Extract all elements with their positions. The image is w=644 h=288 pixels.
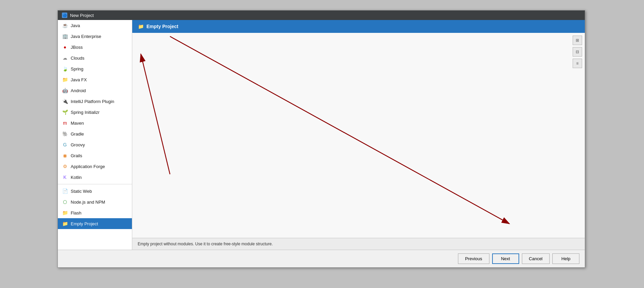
cancel-button[interactable]: Cancel — [522, 253, 550, 264]
toolbar-btn-1[interactable]: ⊞ — [573, 36, 582, 45]
java-enterprise-icon: 🏢 — [62, 33, 68, 39]
spring-initializr-label: Spring Initializr — [71, 110, 99, 115]
clouds-icon: ☁ — [62, 55, 68, 61]
application-forge-icon: ⚙ — [62, 163, 68, 169]
main-content-area: 📁 Empty Project — [132, 20, 585, 250]
toolbar-btn-3[interactable]: ≡ — [573, 59, 582, 68]
svg-line-1 — [170, 36, 510, 224]
nodejs-npm-label: Node.js and NPM — [71, 200, 105, 205]
sidebar-item-clouds[interactable]: ☁Clouds — [58, 53, 132, 63]
sidebar-item-java[interactable]: ☕Java — [58, 20, 132, 31]
spring-icon: 🍃 — [62, 66, 68, 72]
new-project-dialog: 🔵 New Project ☕Java🏢Java Enterprise●JBos… — [58, 10, 585, 268]
dialog-footer: Previous Next Cancel Help — [58, 250, 585, 267]
sidebar-item-gradle[interactable]: 🐘Gradle — [58, 128, 132, 139]
sidebar-item-intellij-plugin[interactable]: 🔌IntelliJ Platform Plugin — [58, 96, 132, 107]
svg-line-2 — [141, 54, 170, 174]
empty-project-icon: 📁 — [62, 221, 68, 227]
groovy-label: Groovy — [71, 142, 85, 147]
content-canvas: ⊞ ⊟ ≡ — [132, 33, 585, 238]
flash-icon: 📁 — [62, 210, 68, 216]
sidebar-item-nodejs-npm[interactable]: ⬡Node.js and NPM — [58, 197, 132, 207]
empty-project-label: Empty Project — [71, 221, 98, 226]
content-header: 📁 Empty Project — [132, 20, 585, 33]
sidebar-item-groovy[interactable]: GGroovy — [58, 139, 132, 150]
spring-initializr-icon: 🌱 — [62, 109, 68, 115]
jboss-label: JBoss — [71, 45, 83, 50]
clouds-label: Clouds — [71, 56, 84, 61]
sidebar-item-jboss[interactable]: ●JBoss — [58, 42, 132, 53]
static-web-label: Static Web — [71, 189, 92, 194]
sidebar-item-maven[interactable]: mMaven — [58, 118, 132, 128]
sidebar-item-kotlin[interactable]: KKotlin — [58, 172, 132, 183]
maven-icon: m — [62, 120, 68, 126]
jboss-icon: ● — [62, 44, 68, 50]
nodejs-npm-icon: ⬡ — [62, 199, 68, 205]
android-icon: 🤖 — [62, 87, 68, 94]
spring-label: Spring — [71, 66, 84, 71]
sidebar-item-spring-initializr[interactable]: 🌱Spring Initializr — [58, 107, 132, 118]
title-bar: 🔵 New Project — [58, 11, 585, 20]
kotlin-icon: K — [62, 174, 68, 180]
javafx-icon: 📁 — [62, 77, 68, 83]
sidebar-separator — [58, 184, 132, 184]
java-enterprise-label: Java Enterprise — [71, 34, 101, 39]
gradle-label: Gradle — [71, 131, 84, 137]
view-toolbar: ⊞ ⊟ ≡ — [573, 36, 582, 68]
sidebar-item-android[interactable]: 🤖Android — [58, 85, 132, 96]
help-button[interactable]: Help — [552, 253, 579, 264]
sidebar-item-flash[interactable]: 📁Flash — [58, 207, 132, 218]
project-type-sidebar: ☕Java🏢Java Enterprise●JBoss☁Clouds🍃Sprin… — [58, 20, 132, 250]
annotation-arrows — [132, 33, 585, 238]
sidebar-item-javafx[interactable]: 📁Java FX — [58, 74, 132, 85]
sidebar-item-application-forge[interactable]: ⚙Application Forge — [58, 161, 132, 172]
gradle-icon: 🐘 — [62, 131, 68, 137]
groovy-icon: G — [62, 142, 68, 148]
flash-label: Flash — [71, 210, 82, 215]
sidebar-item-static-web[interactable]: 📄Static Web — [58, 186, 132, 197]
maven-label: Maven — [71, 121, 84, 126]
sidebar-item-spring[interactable]: 🍃Spring — [58, 63, 132, 74]
window-icon: 🔵 — [62, 13, 67, 18]
grails-icon: ◉ — [62, 152, 68, 159]
sidebar-item-empty-project[interactable]: 📁Empty Project — [58, 218, 132, 229]
window-title: New Project — [70, 13, 94, 18]
java-icon: ☕ — [62, 22, 68, 28]
intellij-plugin-icon: 🔌 — [62, 98, 68, 104]
description-text: Empty project without modules. Use it to… — [138, 242, 273, 246]
static-web-icon: 📄 — [62, 188, 68, 194]
content-header-title: Empty Project — [146, 24, 178, 29]
sidebar-item-java-enterprise[interactable]: 🏢Java Enterprise — [58, 31, 132, 42]
previous-button[interactable]: Previous — [458, 253, 489, 264]
content-header-icon: 📁 — [138, 23, 144, 29]
content-description: Empty project without modules. Use it to… — [132, 238, 585, 250]
grails-label: Grails — [71, 153, 82, 158]
toolbar-btn-2[interactable]: ⊟ — [573, 47, 582, 57]
javafx-label: Java FX — [71, 77, 87, 82]
android-label: Android — [71, 88, 86, 93]
kotlin-label: Kotlin — [71, 175, 82, 180]
intellij-plugin-label: IntelliJ Platform Plugin — [71, 99, 114, 104]
next-button[interactable]: Next — [492, 253, 519, 264]
sidebar-item-grails[interactable]: ◉Grails — [58, 150, 132, 161]
application-forge-label: Application Forge — [71, 164, 105, 169]
java-label: Java — [71, 23, 80, 28]
